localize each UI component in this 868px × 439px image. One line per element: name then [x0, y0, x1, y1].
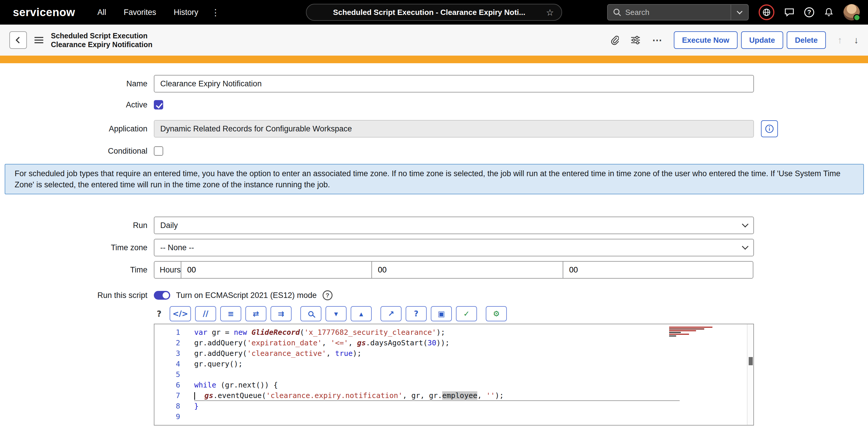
- line-number: 8: [154, 401, 180, 411]
- editor-help-icon[interactable]: ?: [154, 306, 164, 321]
- timezone-select[interactable]: -- None --: [154, 239, 754, 256]
- globe-notification-button[interactable]: [758, 4, 774, 20]
- editor-toolbar-row: ?</>//≡⇄⇉▾▴↗?▣✓⚙: [33, 306, 868, 321]
- editor-code[interactable]: var gr = new GlideRecord('x_1777682_secu…: [187, 324, 753, 425]
- timezone-label: Time zone: [33, 243, 147, 252]
- editor-toolbar: ?</>//≡⇄⇉▾▴↗?▣✓⚙: [154, 306, 507, 321]
- line-number: 7: [154, 390, 180, 401]
- conditional-row: Conditional: [33, 146, 868, 156]
- editor-gutter: 123456789: [154, 324, 187, 425]
- active-row: Active: [33, 100, 868, 110]
- comment-code-button[interactable]: //: [195, 306, 216, 321]
- script-help-button[interactable]: ?: [406, 306, 427, 321]
- code-line[interactable]: [194, 369, 753, 380]
- time-field-group: Hours: [154, 261, 754, 279]
- form-header-bar: Scheduled Script Execution Clearance Exp…: [0, 25, 868, 56]
- form-context-menu-icon[interactable]: [34, 36, 44, 44]
- chevron-down-icon: [742, 243, 749, 250]
- run-this-script-label: Run this script: [33, 291, 147, 300]
- notifications-bell-icon[interactable]: [824, 7, 834, 17]
- script-editor[interactable]: 123456789 var gr = new GlideRecord('x_17…: [154, 324, 754, 426]
- format-code-button[interactable]: </>: [169, 306, 191, 321]
- editor-row: 123456789 var gr = new GlideRecord('x_17…: [33, 324, 868, 426]
- delete-button[interactable]: Delete: [787, 31, 826, 49]
- name-label: Name: [33, 79, 147, 88]
- user-avatar-button[interactable]: [843, 4, 860, 21]
- page-title-record: Clearance Expiry Notification: [51, 40, 152, 49]
- nav-favorites[interactable]: Favorites: [124, 8, 156, 17]
- previous-record-arrow[interactable]: ↑: [838, 35, 842, 46]
- nav-history[interactable]: History: [174, 8, 198, 17]
- conditional-checkbox[interactable]: [154, 146, 163, 156]
- replace-all-button[interactable]: ⇉: [271, 306, 291, 321]
- run-row: Run Daily: [33, 216, 868, 234]
- record-title-text: Scheduled Script Execution - Clearance E…: [317, 8, 541, 17]
- update-button[interactable]: Update: [741, 31, 783, 49]
- application-info-button[interactable]: [761, 120, 778, 137]
- application-field: Dynamic Related Records for Configurable…: [154, 120, 754, 138]
- attachment-paperclip-icon[interactable]: [610, 35, 619, 45]
- conditional-label: Conditional: [33, 147, 147, 156]
- timezone-info-message: For scheduled job types that require an …: [5, 164, 864, 194]
- time-seconds-input[interactable]: [563, 261, 753, 279]
- form-header-actions: ⋯ Execute Now Update Delete ↑ ↓: [610, 31, 859, 49]
- active-checkbox[interactable]: [154, 100, 163, 110]
- code-line[interactable]: }: [194, 401, 753, 411]
- es-mode-help-icon[interactable]: ?: [322, 290, 333, 300]
- search-input[interactable]: [625, 8, 731, 17]
- code-line[interactable]: [194, 411, 753, 422]
- code-line[interactable]: gr.query();: [194, 359, 753, 369]
- line-number: 6: [154, 380, 180, 390]
- run-this-script-row: Run this script Turn on ECMAScript 2021 …: [33, 290, 868, 300]
- line-number: 4: [154, 359, 180, 369]
- name-input[interactable]: [154, 75, 754, 92]
- header-right-cluster: ?: [607, 4, 860, 21]
- replace-button[interactable]: ⇄: [245, 306, 267, 321]
- timezone-select-value: -- None --: [160, 243, 194, 252]
- next-record-arrow[interactable]: ↓: [854, 35, 859, 46]
- name-row: Name: [33, 75, 868, 92]
- servicenow-logo[interactable]: servicenow: [13, 6, 75, 19]
- save-script-button[interactable]: ▣: [431, 306, 452, 321]
- text-cursor: [194, 392, 195, 400]
- record-highlight-bar: [0, 56, 868, 63]
- uncomment-code-button[interactable]: ≡: [220, 306, 241, 321]
- code-line[interactable]: gr.addQuery('clearance_active', true);: [194, 348, 753, 359]
- code-line[interactable]: gr.addQuery('expiration_date', '<=', gs.…: [194, 338, 753, 348]
- script-debugger-button[interactable]: ⚙: [486, 306, 507, 321]
- nav-all[interactable]: All: [97, 8, 106, 17]
- more-actions-icon[interactable]: ⋯: [652, 35, 662, 45]
- run-select[interactable]: Daily: [154, 216, 754, 234]
- editor-scrollbar[interactable]: [747, 324, 753, 425]
- line-number: 5: [154, 369, 180, 380]
- time-minutes-input[interactable]: [371, 261, 563, 279]
- time-hours-input[interactable]: [181, 261, 372, 279]
- code-line[interactable]: gs.eventQueue('clearance.expiry.notifica…: [194, 390, 680, 401]
- back-button[interactable]: [9, 31, 27, 49]
- top-nav-bar: servicenow All Favorites History ⋮ Sched…: [0, 0, 868, 25]
- chat-icon[interactable]: [784, 8, 794, 17]
- personalize-sliders-icon[interactable]: [630, 35, 641, 45]
- run-label: Run: [33, 221, 147, 230]
- line-number: 3: [154, 348, 180, 359]
- application-row: Application Dynamic Related Records for …: [33, 120, 868, 138]
- execute-now-button[interactable]: Execute Now: [674, 31, 738, 49]
- find-next-button[interactable]: ▾: [326, 306, 346, 321]
- primary-nav: All Favorites History: [97, 8, 198, 17]
- help-icon[interactable]: ?: [804, 7, 814, 17]
- search-button[interactable]: [300, 306, 321, 321]
- find-previous-button[interactable]: ▴: [351, 306, 372, 321]
- syntax-check-button[interactable]: ✓: [456, 306, 477, 321]
- time-label: Time: [33, 265, 147, 274]
- es-mode-toggle[interactable]: [154, 291, 170, 300]
- active-label: Active: [33, 100, 147, 110]
- favorite-star-icon[interactable]: ☆: [546, 7, 554, 18]
- page-title: Scheduled Script Execution Clearance Exp…: [51, 31, 152, 49]
- nav-more-menu-icon[interactable]: ⋮: [211, 7, 220, 18]
- record-title-pill[interactable]: Scheduled Script Execution - Clearance E…: [306, 4, 562, 21]
- code-line[interactable]: while (gr.next()) {: [194, 380, 753, 390]
- global-search: [607, 4, 749, 21]
- search-dropdown-button[interactable]: [731, 5, 748, 20]
- open-in-window-button[interactable]: ↗: [380, 306, 402, 321]
- scrollbar-thumb[interactable]: [749, 357, 753, 365]
